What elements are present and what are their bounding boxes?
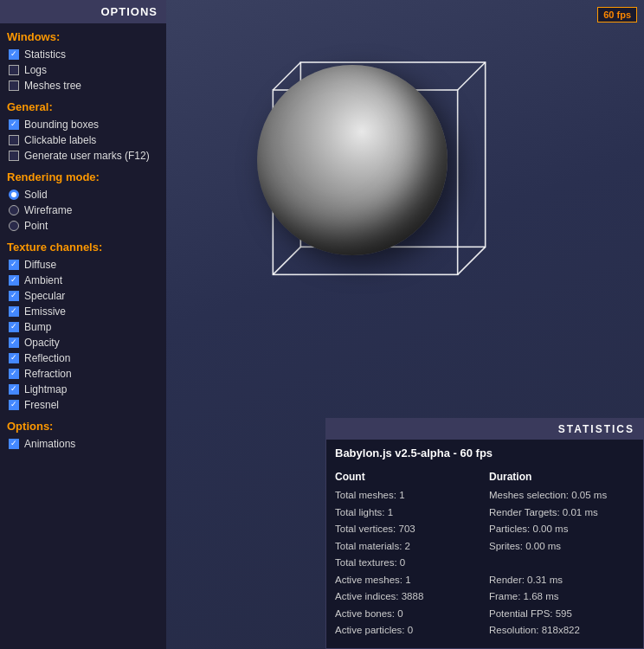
sidebar-item-specular-label: Specular bbox=[24, 290, 65, 302]
stats-title: Babylon.js v2.5-alpha - 60 fps bbox=[326, 440, 643, 465]
section-general-label: General: bbox=[0, 93, 166, 117]
stat-sprites-ms: Sprites: 0.00 ms bbox=[489, 538, 634, 556]
svg-line-5 bbox=[458, 247, 486, 274]
fps-badge: 60 fps bbox=[597, 7, 637, 22]
scene-container bbox=[209, 17, 538, 337]
stat-total-vertices: Total vertices: 703 bbox=[335, 521, 480, 538]
checkbox-animations[interactable] bbox=[9, 439, 19, 449]
stat-active-particles: Active particles: 0 bbox=[335, 622, 480, 639]
sidebar-item-lightmap[interactable]: Lightmap bbox=[0, 382, 166, 397]
sidebar-item-bump-label: Bump bbox=[24, 321, 51, 333]
sidebar-item-generate-user-marks[interactable]: Generate user marks (F12) bbox=[0, 148, 166, 164]
stats-panel-header: STATISTICS bbox=[326, 419, 643, 440]
stats-count-header: Count bbox=[335, 468, 480, 485]
sidebar-item-wireframe-label: Wireframe bbox=[24, 204, 72, 216]
sidebar-item-diffuse-label: Diffuse bbox=[24, 259, 56, 271]
sidebar-item-solid[interactable]: Solid bbox=[0, 187, 166, 202]
sidebar-item-wireframe[interactable]: Wireframe bbox=[0, 202, 166, 218]
checkbox-refraction[interactable] bbox=[9, 369, 19, 379]
stat-total-meshes: Total meshes: 1 bbox=[335, 487, 480, 504]
checkbox-ambient[interactable] bbox=[9, 275, 19, 286]
stats-duration-col: Duration Meshes selection: 0.05 ms Rende… bbox=[489, 468, 634, 639]
sidebar-item-lightmap-label: Lightmap bbox=[24, 383, 67, 395]
sidebar-item-ambient-label: Ambient bbox=[24, 274, 62, 286]
sidebar-item-opacity-label: Opacity bbox=[24, 337, 60, 349]
stat-active-bones: Active bones: 0 bbox=[335, 606, 480, 623]
sidebar-item-bump[interactable]: Bump bbox=[0, 319, 166, 335]
sidebar-item-emissive[interactable]: Emissive bbox=[0, 304, 166, 319]
stat-total-lights: Total lights: 1 bbox=[335, 504, 480, 522]
sidebar-item-bounding-boxes-label: Bounding boxes bbox=[24, 119, 99, 131]
checkbox-logs[interactable] bbox=[9, 65, 19, 75]
stat-particles-ms: Particles: 0.00 ms bbox=[489, 521, 634, 538]
sidebar-item-opacity[interactable]: Opacity bbox=[0, 335, 166, 350]
stat-total-textures: Total textures: 0 bbox=[335, 555, 480, 572]
radio-wireframe[interactable] bbox=[9, 205, 19, 215]
stat-potential-fps: Potential FPS: 595 bbox=[489, 606, 634, 623]
svg-line-3 bbox=[458, 62, 486, 90]
sidebar-item-ambient[interactable]: Ambient bbox=[0, 273, 166, 288]
stats-count-col: Count Total meshes: 1 Total lights: 1 To… bbox=[335, 468, 480, 639]
checkbox-emissive[interactable] bbox=[9, 306, 19, 317]
sidebar: OPTIONS Windows: Statistics Logs Meshes … bbox=[0, 0, 166, 649]
sidebar-item-statistics[interactable]: Statistics bbox=[0, 47, 166, 62]
sidebar-item-emissive-label: Emissive bbox=[24, 305, 66, 318]
stat-meshes-selection: Meshes selection: 0.05 ms bbox=[489, 487, 634, 504]
section-rendering-label: Rendering mode: bbox=[0, 164, 166, 187]
checkbox-meshes-tree[interactable] bbox=[9, 80, 19, 91]
sidebar-item-fresnel-label: Fresnel bbox=[24, 399, 59, 411]
sidebar-item-point-label: Point bbox=[24, 220, 48, 232]
stat-render-ms: Render: 0.31 ms bbox=[489, 572, 634, 589]
radio-point[interactable] bbox=[9, 221, 19, 231]
checkbox-reflection[interactable] bbox=[9, 353, 19, 363]
sidebar-item-bounding-boxes[interactable]: Bounding boxes bbox=[0, 117, 166, 132]
stat-active-meshes: Active meshes: 1 bbox=[335, 572, 480, 589]
stat-active-indices: Active indices: 3888 bbox=[335, 588, 480, 606]
stats-panel: STATISTICS Babylon.js v2.5-alpha - 60 fp… bbox=[325, 418, 644, 649]
checkbox-bump[interactable] bbox=[9, 322, 19, 332]
sidebar-header: OPTIONS bbox=[0, 0, 166, 23]
section-texture-label: Texture channels: bbox=[0, 234, 166, 257]
stat-render-targets: Render Targets: 0.01 ms bbox=[489, 504, 634, 522]
checkbox-statistics[interactable] bbox=[9, 49, 19, 60]
stat-spacer bbox=[489, 555, 634, 572]
checkbox-generate-user-marks[interactable] bbox=[9, 151, 19, 161]
sphere-3d bbox=[257, 65, 448, 255]
sidebar-item-generate-user-marks-label: Generate user marks (F12) bbox=[24, 150, 150, 162]
sidebar-item-animations-label: Animations bbox=[24, 438, 75, 450]
radio-solid[interactable] bbox=[9, 190, 19, 200]
sidebar-item-diffuse[interactable]: Diffuse bbox=[0, 257, 166, 273]
stat-frame-ms: Frame: 1.68 ms bbox=[489, 588, 634, 606]
sidebar-item-animations[interactable]: Animations bbox=[0, 436, 166, 452]
sidebar-item-clickable-labels[interactable]: Clickable labels bbox=[0, 132, 166, 148]
sidebar-item-refraction[interactable]: Refraction bbox=[0, 366, 166, 382]
sidebar-item-refraction-label: Refraction bbox=[24, 368, 72, 380]
stats-body: Count Total meshes: 1 Total lights: 1 To… bbox=[326, 465, 643, 648]
svg-line-4 bbox=[273, 247, 300, 274]
stats-duration-header: Duration bbox=[489, 468, 634, 485]
viewport: 60 fps STATISTICS Babylon.js v2.5-alpha … bbox=[166, 0, 644, 649]
checkbox-bounding-boxes[interactable] bbox=[9, 119, 19, 130]
checkbox-fresnel[interactable] bbox=[9, 400, 19, 410]
sidebar-item-meshes-tree-label: Meshes tree bbox=[24, 80, 81, 92]
checkbox-diffuse[interactable] bbox=[9, 260, 19, 270]
checkbox-specular[interactable] bbox=[9, 291, 19, 301]
checkbox-lightmap[interactable] bbox=[9, 384, 19, 395]
sidebar-item-logs[interactable]: Logs bbox=[0, 62, 166, 78]
section-windows-label: Windows: bbox=[0, 23, 166, 47]
sidebar-item-clickable-labels-label: Clickable labels bbox=[24, 134, 96, 146]
sidebar-item-point[interactable]: Point bbox=[0, 218, 166, 234]
stat-total-materials: Total materials: 2 bbox=[335, 538, 480, 556]
stat-resolution: Resolution: 818x822 bbox=[489, 622, 634, 639]
sidebar-item-logs-label: Logs bbox=[24, 64, 47, 76]
sidebar-item-statistics-label: Statistics bbox=[24, 48, 66, 61]
checkbox-clickable-labels[interactable] bbox=[9, 135, 19, 145]
sidebar-item-reflection-label: Reflection bbox=[24, 352, 70, 364]
sidebar-item-meshes-tree[interactable]: Meshes tree bbox=[0, 78, 166, 93]
sidebar-item-specular[interactable]: Specular bbox=[0, 288, 166, 304]
checkbox-opacity[interactable] bbox=[9, 337, 19, 348]
sidebar-item-reflection[interactable]: Reflection bbox=[0, 350, 166, 366]
sidebar-item-solid-label: Solid bbox=[24, 189, 48, 201]
sidebar-item-fresnel[interactable]: Fresnel bbox=[0, 397, 166, 413]
section-options-label: Options: bbox=[0, 413, 166, 436]
